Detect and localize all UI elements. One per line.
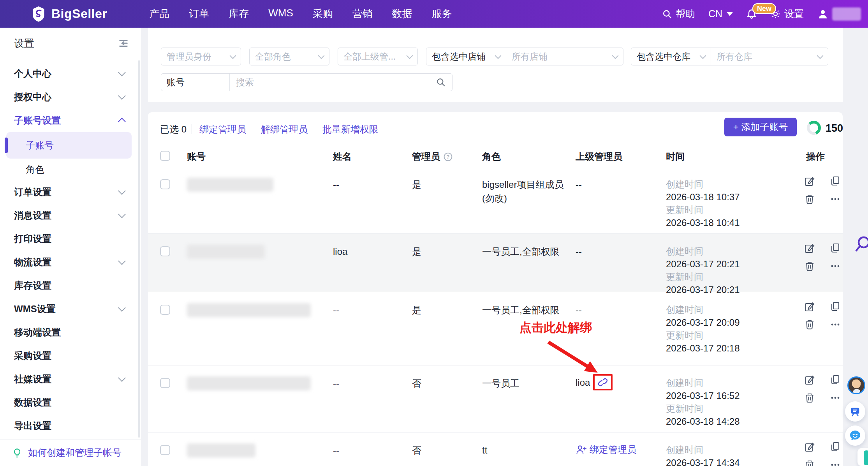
notifications-button[interactable]: New [746,9,757,19]
edit-icon[interactable] [803,300,816,313]
nav-item[interactable]: 产品 [149,7,169,21]
help-button[interactable]: 帮助 [662,7,695,20]
sidebar-item[interactable]: 打印设置 [0,227,138,251]
search-input[interactable] [230,77,436,88]
row-checkbox[interactable] [160,378,170,388]
top-navbar: BigSeller 产品订单库存WMS采购营销数据服务 帮助 CN [0,0,868,28]
row-checkbox[interactable] [160,246,170,256]
sidebar-subitem[interactable]: 子账号 [6,132,132,159]
nav-item[interactable]: 服务 [432,7,452,21]
nav-item[interactable]: WMS [268,7,293,21]
search-field-select[interactable]: 账号 [161,74,230,91]
sidebar-item[interactable]: 采购设置 [0,344,138,367]
sidebar-item[interactable]: 子账号设置 [0,109,138,132]
cell-parent-admin: -- [576,245,582,258]
filter-shop-mode[interactable]: 包含选中店铺 [426,48,506,65]
nav-item[interactable]: 数据 [392,7,412,21]
sidebar-item[interactable]: 消息设置 [0,204,138,227]
add-subaccount-button[interactable]: + 添加子账号 [724,118,797,136]
bulk-action-link[interactable]: 解绑管理员 [261,123,308,136]
sidebar-item-label: WMS设置 [14,303,56,315]
bulk-action-link[interactable]: 绑定管理员 [199,123,246,136]
chevron-down-icon [118,92,126,100]
unlink-icon[interactable] [597,376,609,388]
sidebar-item[interactable]: WMS设置 [0,297,138,321]
sidebar-item[interactable]: 授权中心 [0,85,138,109]
filter-admin-identity[interactable]: 管理员身份 [161,48,241,65]
collapse-sidebar-icon[interactable] [118,37,129,49]
more-actions-icon[interactable] [829,318,842,331]
bulk-action-link[interactable]: 批量新增权限 [322,123,379,136]
table-row: --是一号员工,全部权限--创建时间2026-03-17 20:09更新时间20… [148,292,843,365]
filter-all-parents[interactable]: 全部上级管... [338,48,418,65]
account-menu[interactable] [817,7,861,21]
chevron-down-icon [118,210,126,218]
sidebar-help-link[interactable]: 如何创建和管理子帐号 [0,439,141,466]
more-actions-icon[interactable] [829,391,842,404]
nav-item[interactable]: 订单 [189,7,209,21]
copy-icon[interactable] [829,175,842,188]
sidebar-item[interactable]: 物流设置 [0,251,138,274]
language-selector[interactable]: CN [708,8,733,19]
sidebar-item[interactable]: 订单设置 [0,180,138,204]
sidebar-item[interactable]: 导出设置 [0,414,138,438]
cell-is-admin: 否 [412,443,421,457]
cell-time: 创建时间2026-03-17 14:34 [666,443,740,466]
filter-all-shops[interactable]: 所有店铺 [506,48,623,65]
search-icon[interactable] [436,77,446,87]
table-row: --是bigseller项目组成员(勿改)--创建时间2026-03-18 10… [148,167,843,234]
announcement-button[interactable] [845,401,865,422]
edit-icon[interactable] [803,373,816,387]
cell-role: tt [482,443,487,457]
floating-search-icon[interactable] [854,235,868,255]
sidebar-scrollbar[interactable] [138,60,140,438]
chat-support-button[interactable] [845,425,865,446]
sidebar-item-label: 授权中心 [14,91,51,103]
delete-icon[interactable] [803,391,816,404]
nav-item[interactable]: 采购 [313,7,333,21]
delete-icon[interactable] [803,318,816,331]
copy-icon[interactable] [829,242,842,255]
cell-parent-admin: -- [576,178,582,191]
sidebar-item[interactable]: 移动端设置 [0,321,138,344]
row-checkbox[interactable] [160,179,170,189]
chevron-down-icon [118,304,126,312]
delete-icon[interactable] [803,458,816,466]
brand-logo[interactable]: BigSeller [30,6,107,22]
select-all-checkbox[interactable] [160,151,170,161]
column-header: 管理员? [412,150,453,163]
cell-is-admin: 是 [412,303,421,317]
edit-icon[interactable] [803,242,816,255]
nav-item[interactable]: 营销 [352,7,373,21]
row-checkbox[interactable] [160,445,170,455]
more-actions-icon[interactable] [829,192,842,206]
delete-icon[interactable] [803,192,816,206]
edit-icon[interactable] [803,175,816,188]
column-header: 上级管理员 [576,150,622,163]
more-actions-icon[interactable] [829,458,842,466]
edit-icon[interactable] [803,440,816,454]
copy-icon[interactable] [829,440,842,454]
nav-item[interactable]: 库存 [229,7,249,21]
filter-all-roles[interactable]: 全部角色 [249,48,329,65]
copy-icon[interactable] [829,300,842,313]
parent-admin-name: lioa [576,376,590,389]
cell-role: 一号员工,全部权限 [482,245,560,258]
filter-warehouse-mode[interactable]: 包含选中仓库 [631,48,711,65]
more-actions-icon[interactable] [829,259,842,273]
sidebar-subitem[interactable]: 角色 [0,159,138,180]
copy-icon[interactable] [829,373,842,387]
username-redacted [832,7,861,21]
sidebar-item[interactable]: 库存设置 [0,274,138,297]
sidebar-item[interactable]: 数据设置 [0,391,138,414]
customer-service-avatar[interactable] [847,376,865,394]
filter-all-warehouses[interactable]: 所有仓库 [711,48,828,65]
question-icon[interactable]: ? [443,152,453,162]
cell-time: 创建时间2026-03-17 20:09更新时间2026-03-17 20:18 [666,303,740,355]
sidebar-item[interactable]: 个人中心 [0,62,138,85]
sidebar-item[interactable]: 社媒设置 [0,367,138,391]
row-checkbox[interactable] [160,305,170,315]
bind-admin-link[interactable]: 绑定管理员 [576,443,636,456]
cell-role: bigseller项目组成员(勿改) [482,178,563,205]
delete-icon[interactable] [803,259,816,273]
